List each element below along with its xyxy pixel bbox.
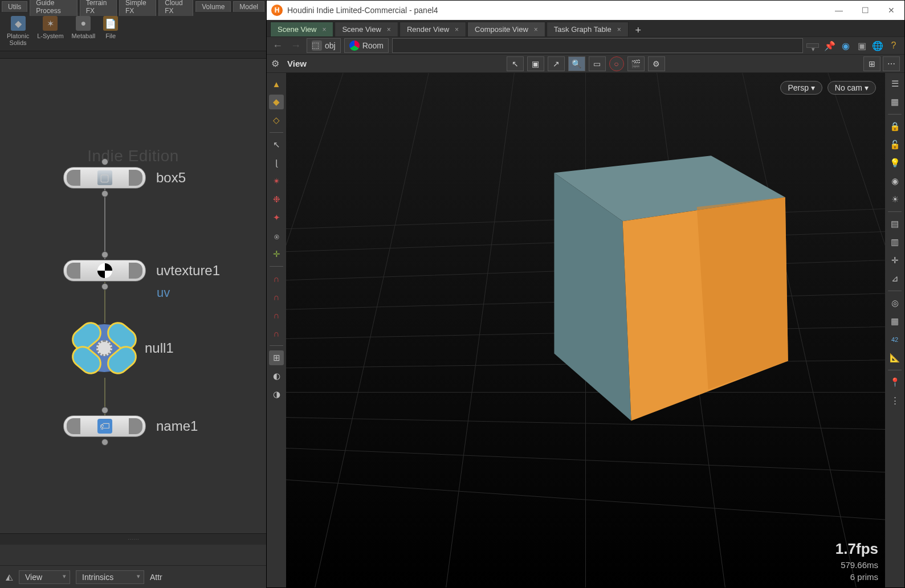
magnet-4[interactable]: ∩: [269, 326, 284, 341]
disp-ghost-icon[interactable]: ▦: [887, 95, 902, 109]
marker-icon[interactable]: ◎: [887, 296, 902, 311]
red-tool-1[interactable]: ✴: [269, 174, 284, 189]
shelf-item-platonic[interactable]: ◆Platonic Solids: [7, 16, 29, 46]
axis-icon[interactable]: ✛: [887, 253, 902, 268]
close-icon[interactable]: ×: [534, 26, 538, 34]
filter-icon[interactable]: ⧩: [6, 572, 13, 582]
path-input[interactable]: [392, 38, 803, 53]
node-null[interactable]: [73, 321, 136, 375]
uv-icon[interactable]: ▦: [887, 314, 902, 329]
tab-render-view[interactable]: Render View×: [399, 22, 466, 36]
shelf-tab[interactable]: Simple FX: [119, 0, 156, 16]
port-out[interactable]: [101, 283, 108, 290]
export-tool[interactable]: ↗: [548, 56, 565, 71]
tab-scene-view-2[interactable]: Scene View×: [335, 22, 398, 36]
bulb-icon[interactable]: ◉: [887, 174, 902, 189]
lock-icon[interactable]: 🔒: [887, 119, 902, 134]
pin2-icon[interactable]: 📍: [887, 375, 902, 390]
unlock-icon[interactable]: 🔓: [887, 137, 902, 152]
shade-flat-icon[interactable]: ▲: [269, 76, 284, 91]
port-in[interactable]: [101, 158, 108, 165]
shelf-item-file[interactable]: 📄File: [103, 16, 118, 46]
frame-tool[interactable]: ▭: [589, 56, 606, 71]
bg-icon[interactable]: ▤: [887, 217, 902, 231]
axis-tool[interactable]: ✛: [269, 247, 284, 262]
add-tab-button[interactable]: +: [632, 24, 645, 36]
viewport[interactable]: Persp▾ No cam▾ 1.7fps 579.66ms 6 prims: [286, 73, 885, 587]
camera-badge[interactable]: No cam▾: [827, 81, 876, 95]
lasso-tool[interactable]: ɭ: [269, 156, 284, 170]
network-canvas[interactable]: Indie Edition ▢ box5 uvtexture1 uv null1…: [0, 59, 266, 532]
shade-wire-icon[interactable]: ◇: [269, 113, 284, 128]
cursor-tool[interactable]: ↖: [507, 56, 524, 71]
forward-button[interactable]: →: [288, 38, 303, 53]
display-icon[interactable]: ▣: [854, 38, 869, 53]
options-tool[interactable]: ⋯: [883, 56, 900, 71]
shelf-tab[interactable]: Volume: [195, 1, 231, 12]
persp-badge[interactable]: Persp▾: [780, 81, 822, 95]
path-room[interactable]: Room: [344, 38, 389, 53]
link-icon[interactable]: ◉: [838, 38, 853, 53]
construction-plane[interactable]: ⊞: [269, 350, 284, 365]
node-uvtexture[interactable]: uvtexture1: [63, 260, 220, 281]
view-dropdown[interactable]: View: [19, 570, 70, 584]
shelf-tab[interactable]: Guide Process: [30, 0, 77, 16]
back-button[interactable]: ←: [270, 38, 285, 53]
magnet-3[interactable]: ∩: [269, 308, 284, 322]
port-out[interactable]: [101, 190, 108, 197]
intrinsics-dropdown[interactable]: Intrinsics: [76, 570, 144, 584]
world-icon[interactable]: 🌐: [870, 38, 885, 53]
red-tool-3[interactable]: ✦: [269, 210, 284, 225]
red-tool-2[interactable]: ❉: [269, 192, 284, 207]
inspect-tool[interactable]: 🔍: [568, 56, 585, 71]
shelf-tab[interactable]: Terrain FX: [80, 0, 117, 16]
shelf-tab[interactable]: Model: [233, 1, 264, 12]
maximize-button[interactable]: ☐: [852, 1, 878, 20]
gear-icon[interactable]: ⚙: [271, 58, 283, 70]
path-history-dropdown[interactable]: [806, 43, 819, 48]
misc-tool-1[interactable]: ◐: [269, 369, 284, 383]
shelf-tab[interactable]: Utils: [2, 1, 27, 12]
node-box[interactable]: ▢ box5: [63, 167, 186, 189]
tab-scene-view[interactable]: Scene View×: [270, 22, 333, 36]
magnet-1[interactable]: ∩: [269, 271, 284, 286]
close-icon[interactable]: ×: [387, 26, 391, 34]
close-icon[interactable]: ×: [617, 26, 621, 34]
grey-tool-1[interactable]: ⍟: [269, 228, 284, 243]
shelf-item-metaball[interactable]: ●Metaball: [72, 16, 96, 46]
port-out[interactable]: [101, 439, 108, 446]
snapshot-tool[interactable]: ▣: [527, 56, 544, 71]
settings-tool[interactable]: ⚙: [648, 56, 665, 71]
record-tool[interactable]: ○: [609, 56, 624, 71]
titlebar[interactable]: H Houdini Indie Limited-Commercial - pan…: [267, 1, 904, 20]
close-button[interactable]: ✕: [878, 1, 904, 20]
42-icon[interactable]: 42: [887, 332, 902, 347]
misc-tool-2[interactable]: ◑: [269, 387, 284, 402]
shelf-item-lsystem[interactable]: ✶L-System: [37, 16, 63, 46]
close-icon[interactable]: ×: [322, 26, 326, 34]
select-tool[interactable]: ↖: [269, 137, 284, 152]
port-in[interactable]: [101, 251, 108, 258]
extra-icon[interactable]: ⋮: [887, 393, 902, 408]
close-icon[interactable]: ×: [455, 26, 459, 34]
pin-icon[interactable]: 📌: [822, 38, 837, 53]
flipbook-tool[interactable]: 🎬: [627, 56, 645, 71]
help-icon[interactable]: ?: [886, 38, 901, 53]
tab-task-graph[interactable]: Task Graph Table×: [547, 22, 629, 36]
fg-icon[interactable]: ▥: [887, 235, 902, 250]
tab-composite-view[interactable]: Composite View×: [467, 22, 545, 36]
sun-icon[interactable]: ☀: [887, 192, 902, 207]
magnet-2[interactable]: ∩: [269, 289, 284, 304]
layout-tool[interactable]: ⊞: [863, 56, 880, 71]
minimize-button[interactable]: —: [826, 1, 852, 20]
ortho-icon[interactable]: ⊿: [887, 271, 902, 286]
path-obj[interactable]: ⬚obj: [307, 38, 341, 53]
disp-list-icon[interactable]: ☰: [887, 76, 902, 91]
shade-smooth-icon[interactable]: ◆: [269, 95, 284, 109]
node-name[interactable]: 🏷 name1: [63, 415, 198, 437]
measure-icon[interactable]: 📐: [887, 350, 902, 365]
port-in[interactable]: [101, 407, 108, 414]
shelf-tab[interactable]: Cloud FX: [158, 0, 193, 16]
light-icon[interactable]: 💡: [887, 156, 902, 170]
resize-handle[interactable]: ⋯⋯: [0, 533, 266, 545]
